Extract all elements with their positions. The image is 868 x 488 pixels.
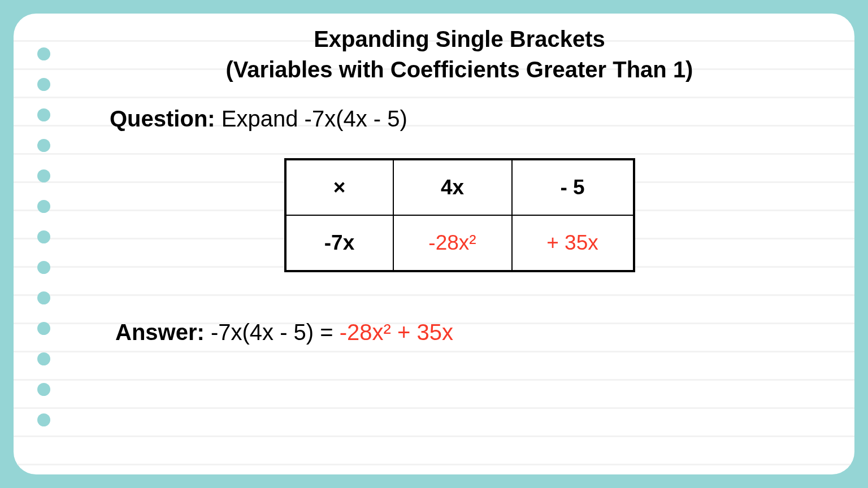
grid-r1c1: -28x² bbox=[393, 215, 512, 271]
answer-lhs: -7x(4x - 5) = bbox=[205, 320, 340, 345]
binder-hole bbox=[37, 413, 50, 426]
answer-line: Answer: -7x(4x - 5) = -28x² + 35x bbox=[115, 317, 809, 347]
grid-r0c0: × bbox=[286, 160, 393, 215]
title-line-1: Expanding Single Brackets bbox=[110, 24, 809, 54]
answer-label: Answer: bbox=[115, 320, 205, 345]
title-line-2: (Variables with Coefficients Greater Tha… bbox=[110, 54, 809, 85]
question-text: Expand -7x(4x - 5) bbox=[215, 106, 407, 131]
multiplication-grid: × 4x - 5 -7x -28x² + 35x bbox=[284, 158, 635, 272]
content-area: Expanding Single Brackets (Variables wit… bbox=[14, 14, 854, 358]
grid-r0c1: 4x bbox=[393, 160, 512, 215]
page-title: Expanding Single Brackets (Variables wit… bbox=[110, 24, 809, 85]
grid-r0c2: - 5 bbox=[512, 160, 633, 215]
grid-r1c2: + 35x bbox=[512, 215, 633, 271]
question-label: Question: bbox=[110, 106, 215, 131]
notebook-page: Expanding Single Brackets (Variables wit… bbox=[14, 14, 854, 474]
question-line: Question: Expand -7x(4x - 5) bbox=[110, 104, 809, 133]
binder-hole bbox=[37, 383, 50, 396]
answer-rhs: -28x² + 35x bbox=[340, 320, 453, 345]
grid-r1c0: -7x bbox=[286, 215, 393, 271]
